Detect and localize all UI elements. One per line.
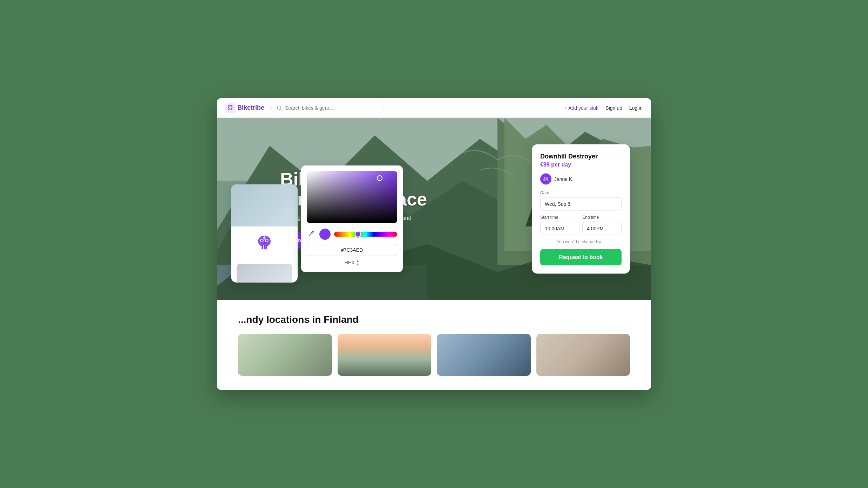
hero-section: Bikes & gear for every surface The large… (217, 118, 651, 300)
svg-rect-26 (262, 245, 267, 249)
login-link[interactable]: Log in (629, 105, 643, 111)
start-time-label: Start time (540, 215, 579, 220)
svg-line-30 (309, 235, 310, 236)
spectrum-bar[interactable] (334, 232, 397, 237)
logo-area: Biketribe (225, 103, 264, 113)
host-row: JK Janne K. (540, 174, 622, 185)
location-card[interactable] (536, 334, 630, 376)
location-card[interactable] (338, 334, 432, 376)
card-image-bottom (237, 264, 292, 283)
booking-card: Downhill Destroyer €99 per day JK Janne … (532, 144, 630, 274)
booking-price: €99 per day (540, 162, 622, 168)
end-time-col: End time (582, 215, 622, 235)
location-card[interactable] (238, 334, 332, 376)
search-icon (277, 105, 282, 111)
picker-dot[interactable] (377, 175, 382, 181)
svg-point-29 (263, 242, 265, 244)
color-picker: HEX ▲ ▼ (301, 165, 403, 272)
hex-label-row: HEX ▲ ▼ (307, 259, 397, 266)
hex-label: HEX (345, 260, 355, 265)
date-input[interactable] (540, 197, 622, 211)
svg-point-3 (231, 105, 232, 107)
hex-format-arrows[interactable]: ▲ ▼ (356, 259, 359, 266)
nav-right: + Add your stuff Sign up Log in (564, 105, 643, 111)
color-gradient-picker[interactable] (307, 171, 397, 223)
hex-input-row (307, 244, 397, 256)
logo-text: Biketribe (237, 104, 264, 111)
section-title: ...ndy locations in Finland (238, 314, 630, 325)
navbar: Biketribe + Add your stuff Sign up Log i… (217, 98, 651, 118)
add-stuff-link[interactable]: + Add your stuff (564, 105, 598, 111)
svg-rect-28 (265, 245, 265, 249)
svg-rect-27 (263, 245, 264, 249)
time-row: Start time End time (540, 215, 622, 235)
eyedropper-button[interactable] (307, 229, 316, 239)
picker-controls (307, 229, 397, 240)
host-avatar: JK (540, 174, 551, 185)
start-time-input[interactable] (540, 222, 579, 235)
host-name: Janne K. (554, 176, 574, 182)
svg-point-2 (228, 105, 230, 107)
start-time-col: Start time (540, 215, 579, 235)
search-bar[interactable] (271, 103, 384, 113)
location-grid (238, 334, 630, 376)
svg-point-23 (261, 239, 263, 242)
signup-link[interactable]: Sign up (605, 105, 622, 111)
spectrum-thumb[interactable] (355, 231, 361, 237)
location-card[interactable] (437, 334, 531, 376)
search-input[interactable] (285, 105, 378, 111)
svg-point-4 (277, 106, 281, 109)
date-label: Date (540, 190, 622, 195)
svg-line-5 (280, 109, 282, 110)
color-swatch (319, 229, 331, 240)
end-time-input[interactable] (582, 222, 622, 235)
skull-icon (254, 232, 275, 257)
card-image-top (231, 184, 298, 226)
end-time-label: End time (582, 215, 622, 220)
hex-input[interactable] (307, 244, 397, 256)
charge-note: You won't be charged yet. (540, 239, 622, 244)
request-to-book-button[interactable]: Request to book (540, 249, 622, 265)
card-content-bottom (231, 226, 298, 283)
bottom-section: ...ndy locations in Finland (217, 300, 651, 390)
svg-point-24 (266, 239, 268, 242)
booking-title: Downhill Destroyer (540, 153, 622, 160)
logo-icon (225, 103, 235, 113)
browser-window: Biketribe + Add your stuff Sign up Log i… (217, 98, 651, 390)
small-decorative-card (231, 184, 298, 283)
